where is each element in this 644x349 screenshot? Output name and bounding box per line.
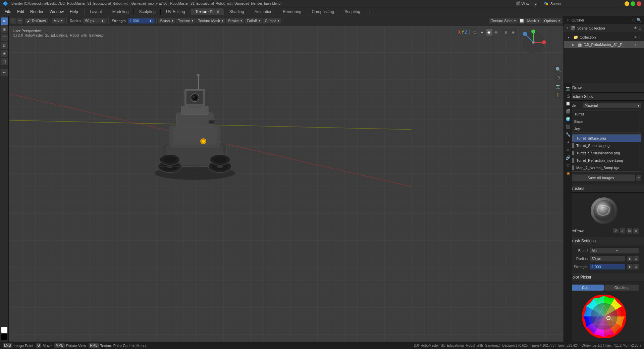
material-joy[interactable]: Joy ···· xyxy=(567,125,641,133)
collection-toggle[interactable]: ▾ xyxy=(568,36,572,39)
prop-view-layer-icon[interactable]: 🔲 xyxy=(565,100,572,107)
prop-modifier-icon[interactable]: 🔧 xyxy=(565,131,572,138)
material-turret[interactable]: Turret xyxy=(567,110,641,118)
toolbar-modes-btn[interactable]: ⋮ xyxy=(10,18,16,24)
strength-input[interactable]: 1.000 ◐ xyxy=(128,18,155,23)
prop-particles-icon[interactable]: ✦ xyxy=(565,139,572,146)
tab-shading[interactable]: Shading xyxy=(225,8,249,15)
collection-expand[interactable]: ▾ xyxy=(567,26,568,30)
menu-edit[interactable]: Edit xyxy=(14,9,27,15)
radius-input[interactable]: 50 px ◐ xyxy=(83,18,107,23)
prop-data-icon[interactable]: ▽ xyxy=(565,162,572,169)
foreground-color[interactable] xyxy=(1,327,7,333)
brushes-header[interactable]: ▾ Brushes xyxy=(564,185,644,193)
viewport[interactable]: User Perspective (1) DJI_RoboMaster_S1_E… xyxy=(9,26,564,342)
texdraw-btn[interactable]: 🖌 TexDraw xyxy=(25,18,48,23)
radius-prop-input[interactable]: 50 px xyxy=(590,256,625,261)
prop-object-icon[interactable]: ⬛ xyxy=(565,123,572,131)
soften-tool-btn[interactable]: ◉ xyxy=(1,26,8,33)
zoom-to-fit-btn[interactable]: ⊡ xyxy=(554,74,562,82)
outliner-search-btn[interactable]: 🔍 xyxy=(637,18,641,22)
texture-slots-header[interactable]: ▾ Texture Slots xyxy=(564,93,644,101)
prop-world-icon[interactable]: 🌍 xyxy=(565,115,572,123)
mask-tool-btn[interactable]: ◫ xyxy=(1,58,8,65)
clone-tool-btn[interactable]: ⧉ xyxy=(1,42,8,49)
object-select-icon[interactable]: ◻ xyxy=(639,43,641,47)
tab-layout[interactable]: Layout xyxy=(85,8,107,15)
scene-select-icon[interactable]: ◻ xyxy=(638,26,641,30)
prop-material-icon[interactable]: ◉ xyxy=(565,169,572,177)
zoom-in-btn[interactable]: 🔍 xyxy=(554,66,562,73)
render-shade[interactable]: ◎ xyxy=(493,29,499,36)
falloff-dropdown[interactable]: Falloff xyxy=(245,18,262,23)
coord-y-btn[interactable]: Y xyxy=(462,30,464,35)
smear-tool-btn[interactable]: 〰 xyxy=(1,34,8,41)
menu-help[interactable]: Help xyxy=(67,9,81,15)
object-eye-icon[interactable]: 👁 xyxy=(634,43,637,47)
prop-render-icon[interactable]: 📷 xyxy=(565,85,572,92)
add-texture-btn[interactable]: + xyxy=(636,175,641,181)
color-tab-gradient[interactable]: Gradient xyxy=(604,285,639,291)
menu-file[interactable]: File xyxy=(2,9,14,15)
draw-tool-btn[interactable]: ✏ xyxy=(1,17,8,25)
scene-visibility-icon[interactable]: 👁 xyxy=(634,26,637,30)
tab-texture-paint[interactable]: Texture Paint xyxy=(191,8,224,15)
stroke-dropdown[interactable]: Stroke xyxy=(226,18,244,23)
texture-slots-dropdown[interactable]: Texture Slots xyxy=(489,18,518,23)
brush-remove-btn[interactable]: ✕ xyxy=(633,228,639,234)
tex-file-turret-selfillum[interactable]: Turret_Selfillumination.png xyxy=(567,149,641,157)
nav-gizmo[interactable]: Y X Z xyxy=(520,29,547,57)
outliner-object-row[interactable]: ▶ 🤖 DJI_RoboMaster_S1_Educational_Robo..… xyxy=(564,41,644,48)
color-picker-header[interactable]: ▾ Color Picker xyxy=(564,273,644,281)
blend-dropdown[interactable]: Mix ▾ xyxy=(590,248,639,253)
tex-file-turret-diffuse[interactable]: Turret_diffuse.png xyxy=(567,135,641,142)
coord-x-btn[interactable]: X xyxy=(458,30,461,35)
fill-tool-btn[interactable]: ◈ xyxy=(1,50,8,57)
camera-view-btn[interactable]: 📷 xyxy=(554,83,562,90)
walk-nav-btn[interactable]: 🚶 xyxy=(554,91,562,98)
tex-file-map-normal[interactable]: Map_7_Normal_Bump.tga xyxy=(567,164,641,171)
tex-file-turret-refraction[interactable]: Turret_Refraction_invert.png xyxy=(567,157,641,164)
material-shade[interactable]: ◉ xyxy=(486,29,492,36)
tab-scripting[interactable]: Scripting xyxy=(340,8,365,15)
object-toggle[interactable]: ▶ xyxy=(572,43,576,47)
brush-dropdown[interactable]: Brush xyxy=(158,18,175,23)
toolbar-paint-btn[interactable]: ✏ xyxy=(17,18,23,24)
mix-dropdown[interactable]: Mix xyxy=(52,18,65,23)
brush-check-btn[interactable]: ✓ xyxy=(620,228,625,234)
mode-dropdown[interactable]: Material xyxy=(583,103,641,108)
texture-mask-dropdown[interactable]: Texture Mask xyxy=(196,18,225,23)
outliner-collection-row[interactable]: ▾ 📁 Collection 👁 ◻ xyxy=(564,34,644,41)
tab-modeling[interactable]: Modeling xyxy=(108,8,134,15)
collection-select-icon[interactable]: ◻ xyxy=(639,36,641,39)
annotate-tool-btn[interactable]: ✒ xyxy=(1,69,8,76)
coord-z-btn[interactable]: Z xyxy=(465,30,467,35)
tab-rendering[interactable]: Rendering xyxy=(278,8,306,15)
gizmos-btn[interactable]: ⊕ xyxy=(510,29,517,36)
tex-file-turret-specular[interactable]: Turret_Specular.png xyxy=(567,142,641,149)
tab-sculpting[interactable]: Sculpting xyxy=(135,8,161,15)
cursor-dropdown[interactable]: Cursor xyxy=(263,18,281,23)
tab-uv-editing[interactable]: UV Editing xyxy=(161,8,190,15)
toggle-slots-icon[interactable]: ⬜ xyxy=(519,18,525,24)
prop-constraints-icon[interactable]: 🔗 xyxy=(565,154,572,161)
add-workspace-btn[interactable]: + xyxy=(366,8,374,15)
menu-render[interactable]: Render xyxy=(28,9,46,15)
radius-icon-1[interactable]: ◐ xyxy=(627,256,633,261)
strength-icon-1[interactable]: ◐ xyxy=(627,264,633,269)
brush-settings-header[interactable]: ▾ Brush Settings xyxy=(564,237,644,245)
tab-compositing[interactable]: Compositing xyxy=(307,8,339,15)
options-dropdown[interactable]: Options xyxy=(542,18,562,23)
mask-dropdown[interactable]: Mask xyxy=(525,18,541,23)
material-base[interactable]: Base xyxy=(567,118,641,125)
overlays-btn[interactable]: ⊞ xyxy=(502,29,509,36)
close-btn[interactable] xyxy=(637,1,641,6)
maximize-btn[interactable] xyxy=(631,1,635,6)
background-color[interactable] xyxy=(1,334,7,340)
save-all-images-btn[interactable]: Save All Images xyxy=(567,174,635,181)
outliner-filter-btn[interactable]: ⊡ xyxy=(632,18,635,22)
color-tab-color[interactable]: Color xyxy=(569,285,604,291)
brush-copy-btn[interactable]: ⧉ xyxy=(627,228,632,234)
color-wheel[interactable] xyxy=(582,295,626,338)
collection-eye-icon[interactable]: 👁 xyxy=(634,36,637,39)
